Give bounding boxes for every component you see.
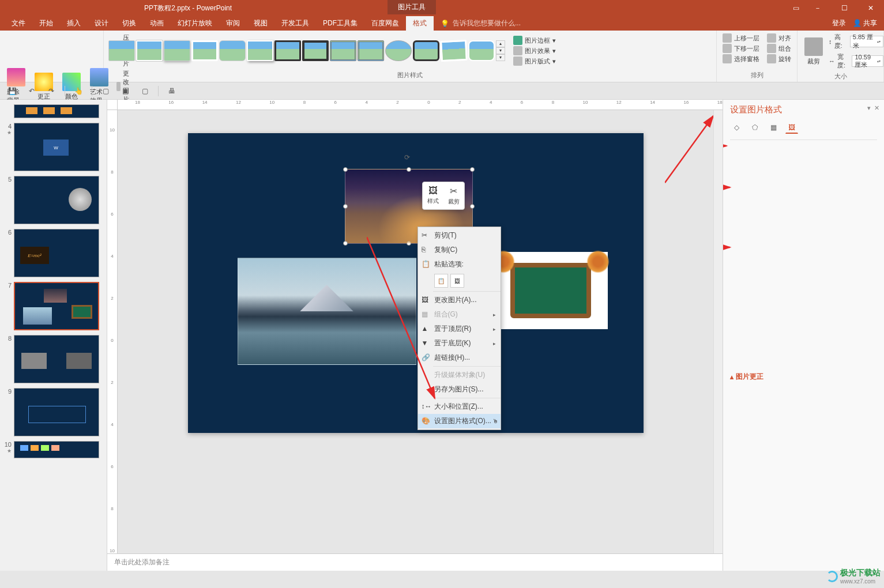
panel-close[interactable]: ✕ (874, 104, 879, 112)
slide-thumbnail[interactable]: 7 (0, 280, 107, 333)
login-link[interactable]: 登录 (832, 18, 846, 28)
height-input[interactable]: 5.85 厘米▴▾ (850, 36, 883, 47)
style-thumb[interactable] (358, 40, 384, 61)
cm-copy[interactable]: ⎘复制(C) (418, 243, 501, 257)
presenter-view-button[interactable]: ▣ (119, 85, 131, 97)
picture-layout-button[interactable]: 图片版式 ▾ (511, 56, 558, 66)
share-button[interactable]: 👤 共享 (853, 18, 877, 28)
image-mountain[interactable] (238, 258, 416, 365)
touch-mode-button[interactable]: 👆 (72, 85, 85, 97)
style-thumb[interactable] (191, 40, 218, 61)
picture-tab[interactable]: 🖼 (785, 121, 798, 134)
align-button[interactable]: 对齐 (765, 33, 793, 43)
group-button[interactable]: 组合 (765, 43, 793, 54)
resize-handle[interactable] (407, 241, 411, 246)
style-thumb[interactable] (413, 40, 439, 61)
tab-file[interactable]: 文件 (5, 16, 32, 31)
picture-corrections-section[interactable]: ▴图片更正 (730, 140, 877, 571)
slide[interactable]: ⟳ 🖼样式 ✂裁剪 (188, 133, 644, 433)
resize-handle[interactable] (343, 241, 348, 246)
slide-thumbnail[interactable]: 10★ (0, 439, 107, 461)
paste-option-1[interactable]: 📋 (434, 274, 448, 288)
tab-review[interactable]: 审阅 (219, 16, 247, 31)
style-thumb[interactable] (468, 40, 495, 61)
size-properties-tab[interactable]: ▦ (767, 121, 780, 134)
style-thumb[interactable] (440, 40, 468, 62)
redo-button[interactable]: ↷ (45, 85, 58, 97)
slide-canvas[interactable]: ⟳ 🖼样式 ✂裁剪 (118, 110, 713, 553)
tell-me-search[interactable]: 💡 告诉我您想要做什么... (434, 16, 832, 31)
picture-border-button[interactable]: 图片边框 ▾ (511, 35, 558, 46)
cm-hyperlink[interactable]: 🔗超链接(H)... (418, 350, 501, 365)
gallery-down[interactable]: ▾ (496, 47, 505, 54)
slide-thumbnail[interactable]: 5 (0, 174, 107, 227)
rotate-handle[interactable]: ⟳ (404, 153, 413, 163)
tab-animations[interactable]: 动画 (143, 16, 171, 31)
ribbon-display-options[interactable]: ▭ (787, 0, 804, 16)
maximize-button[interactable]: ☐ (831, 0, 857, 16)
gallery-up[interactable]: ▴ (496, 40, 505, 47)
bring-forward-button[interactable]: 上移一层 (720, 33, 765, 43)
resize-handle[interactable] (470, 167, 475, 172)
slide-thumbnail[interactable]: 4★ W (0, 120, 107, 174)
cm-save-as-picture[interactable]: 另存为图片(S)... (418, 382, 501, 397)
start-from-beginning-button[interactable]: ▢ (99, 85, 112, 97)
picture-styles-gallery[interactable]: ▴ ▾ ▾ (107, 39, 506, 62)
undo-button[interactable]: ↶ (25, 85, 38, 97)
tab-baidu[interactable]: 百度网盘 (364, 16, 406, 31)
tab-slideshow[interactable]: 幻灯片放映 (171, 16, 219, 31)
style-thumb[interactable] (274, 40, 301, 61)
cm-size-position[interactable]: ↕↔大小和位置(Z)... (418, 399, 501, 414)
style-thumb[interactable] (136, 40, 163, 61)
tab-format[interactable]: 格式 (406, 16, 434, 31)
notes-pane[interactable]: 单击此处添加备注 (107, 553, 723, 571)
slide-thumbnail[interactable]: 6 E=mc² (0, 227, 107, 280)
slide-thumbnail[interactable] (0, 102, 107, 120)
style-thumb[interactable] (108, 40, 135, 61)
gallery-more[interactable]: ▾ (496, 54, 505, 61)
mini-crop-button[interactable]: ✂裁剪 (446, 184, 462, 207)
slideshow-button[interactable]: ▢ (138, 85, 151, 97)
resize-handle[interactable] (343, 204, 348, 209)
paste-option-2[interactable]: 🖼 (450, 274, 464, 288)
width-input[interactable]: 10.59 厘米▴▾ (852, 55, 883, 67)
print-button[interactable]: 🖶 (165, 85, 178, 97)
cm-change-picture[interactable]: 🖼更改图片(A)... (418, 293, 501, 307)
image-chalkboard[interactable] (494, 252, 608, 329)
cm-cut[interactable]: ✂剪切(T) (418, 228, 501, 243)
mini-style-button[interactable]: 🖼样式 (425, 184, 441, 207)
cm-bring-front[interactable]: ▲置于顶层(R)▸ (418, 322, 501, 336)
picture-effects-button[interactable]: 图片效果 ▾ (511, 46, 558, 56)
slide-thumbnail[interactable]: 8 (0, 333, 107, 386)
rotate-button[interactable]: 旋转 (765, 54, 793, 64)
tab-insert[interactable]: 插入 (60, 16, 88, 31)
tab-view[interactable]: 视图 (247, 16, 274, 31)
style-thumb[interactable] (302, 40, 329, 61)
minimize-button[interactable]: － (804, 0, 831, 16)
close-button[interactable]: ✕ (857, 0, 884, 16)
style-thumb[interactable] (164, 40, 190, 61)
panel-options[interactable]: ▾ (867, 104, 871, 112)
slide-thumbnail-panel[interactable]: 4★ W 5 6 E=mc² 7 8 9 (0, 100, 107, 571)
cm-format-picture[interactable]: 🎨设置图片格式(O)...🖱 (418, 414, 501, 428)
fill-line-tab[interactable]: ◇ (730, 121, 743, 134)
tab-transitions[interactable]: 切换 (115, 16, 143, 31)
send-backward-button[interactable]: 下移一层 (720, 43, 765, 54)
slide-thumbnail[interactable]: 9 (0, 386, 107, 439)
tab-pdf[interactable]: PDF工具集 (316, 16, 364, 31)
style-thumb[interactable] (385, 40, 412, 61)
save-button[interactable]: 💾 (6, 85, 18, 97)
style-thumb[interactable] (247, 40, 273, 61)
effects-tab[interactable]: ⬠ (748, 121, 761, 134)
tab-developer[interactable]: 开发工具 (274, 16, 316, 31)
style-thumb[interactable] (219, 40, 246, 61)
crop-button[interactable]: 裁剪 (801, 36, 826, 67)
resize-handle[interactable] (343, 167, 348, 172)
vertical-scrollbar[interactable] (713, 110, 723, 553)
style-thumb[interactable] (330, 40, 356, 61)
tab-home[interactable]: 开始 (32, 16, 60, 31)
cm-send-back[interactable]: ▼置于底层(K)▸ (418, 336, 501, 350)
selection-pane-button[interactable]: 选择窗格 (720, 54, 765, 64)
tab-design[interactable]: 设计 (88, 16, 115, 31)
resize-handle[interactable] (407, 167, 411, 172)
